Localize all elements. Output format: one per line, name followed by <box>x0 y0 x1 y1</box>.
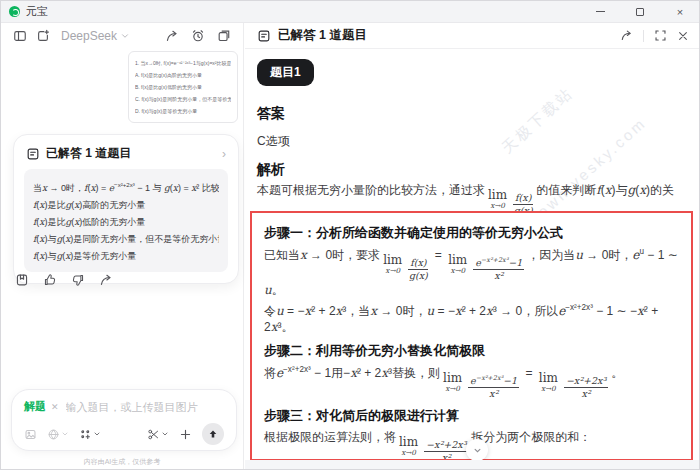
solve-mode-tag: 解题 <box>24 399 46 414</box>
thumbnail-option-d: D. f(x)与g(x)是等价无穷小量 <box>135 105 231 117</box>
solution-title: 已解答 1 道题目 <box>278 27 367 44</box>
minimize-button[interactable] <box>591 4 609 20</box>
card-title: 已解答 1 道题目 <box>46 145 131 162</box>
answer-sheet-icon <box>257 29 271 43</box>
step-title: 步骤三：对化简后的极限进行计算 <box>264 407 679 425</box>
answer-heading: 答案 <box>257 105 285 123</box>
card-question-box: 当x → 0时，f(x) = e−x²+2x³ − 1 与 g(x) = x² … <box>24 169 228 272</box>
chevron-down-icon <box>472 445 483 456</box>
step-line: 将e−x²+2x³ − 1用−x² + 2x³替换，则limx→0e−x²+2x… <box>264 364 679 400</box>
question-input[interactable] <box>64 400 224 414</box>
thumbs-down-icon[interactable] <box>71 273 85 287</box>
card-question: 当x → 0时，f(x) = e−x²+2x³ − 1 与 g(x) = x² … <box>33 176 219 197</box>
app-window: 元宝 × DeepSeek <box>0 0 700 470</box>
card-option: f(x)与g(x)是同阶无穷小量，但不是等价无穷小量 <box>33 231 219 248</box>
chevron-down-icon <box>93 430 101 438</box>
title-bar: 元宝 × <box>1 1 700 23</box>
scissors-icon <box>147 428 160 441</box>
step-title: 步骤一：分析所给函数并确定使用的等价无穷小公式 <box>264 224 679 242</box>
chevron-down-icon <box>61 430 69 438</box>
open-in-panel-icon[interactable] <box>217 29 231 43</box>
model-label: DeepSeek <box>61 29 117 43</box>
ai-disclaimer: 内容由AI生成，仅供参考 <box>1 457 243 467</box>
fullscreen-icon[interactable] <box>654 29 667 42</box>
yuanbao-logo-icon <box>9 6 20 17</box>
bookmark-icon[interactable] <box>15 273 29 287</box>
globe-icon <box>47 428 60 441</box>
message-actions <box>15 273 113 287</box>
highlighted-steps-box: 步骤一：分析所给函数并确定使用的等价无穷小公式 已知当x → 0时，要求limx… <box>250 211 693 461</box>
share-message-icon[interactable] <box>99 273 113 287</box>
screenshot-menu[interactable] <box>147 428 169 441</box>
chevron-down-icon <box>161 430 169 438</box>
maximize-button[interactable] <box>631 4 649 20</box>
new-chat-icon[interactable] <box>36 29 50 43</box>
input-card[interactable]: 解题 ✕ <box>11 389 237 451</box>
question-thumbnail[interactable]: 1. 当x→0时, f(x)=e⁻ˣ²⁺²ˣ³−1与g(x)=x²比较是（ ） … <box>128 51 238 123</box>
panel-close-icon[interactable] <box>677 30 689 42</box>
thumbnail-option-c: C. f(x)与g(x)是同阶无穷小量，但不是等价无穷小量 <box>135 93 231 105</box>
tag-close-icon[interactable]: ✕ <box>51 402 59 412</box>
image-upload-icon[interactable] <box>24 428 37 441</box>
answer-sheet-icon <box>26 147 40 161</box>
history-clock-icon[interactable] <box>191 29 205 43</box>
analysis-heading: 解析 <box>257 161 285 179</box>
share-solution-icon[interactable] <box>620 29 633 42</box>
thumbnail-question: 1. 当x→0时, f(x)=e⁻ˣ²⁺²ˣ³−1与g(x)=x²比较是（ ） <box>135 57 231 69</box>
share-icon[interactable] <box>165 29 179 43</box>
step-1: 步骤一：分析所给函数并确定使用的等价无穷小公式 已知当x → 0时，要求limx… <box>264 224 679 335</box>
card-option: f(x)是比g(x)低阶的无穷小量 <box>33 214 219 231</box>
scroll-down-button[interactable] <box>466 439 488 461</box>
web-search-toggle[interactable] <box>47 428 69 441</box>
model-selector[interactable]: DeepSeek <box>61 29 130 43</box>
add-attachment-icon[interactable] <box>179 428 192 441</box>
answer-value: C选项 <box>257 133 290 150</box>
solution-header: 已解答 1 道题目 <box>245 23 700 49</box>
card-option: f(x)与g(x)是等价无穷小量 <box>33 248 219 265</box>
send-arrow-icon <box>207 428 219 440</box>
solved-questions-card[interactable]: 已解答 1 道题目 › 当x → 0时，f(x) = e−x²+2x³ − 1 … <box>13 134 239 284</box>
chat-panel: DeepSeek 1. 当x→0时, f(x)=e⁻ˣ²⁺²ˣ³−1与g(x)=… <box>1 23 244 470</box>
send-button[interactable] <box>202 423 224 445</box>
solution-body: 题目1 答案 C选项 解析 本题可根据无穷小量阶的比较方法，通过求limx→0f… <box>245 49 700 470</box>
solution-panel: 天极下载站 mydown.yesky.com 已解答 1 道题目 题 <box>245 23 700 470</box>
card-option: f(x)是比g(x)高阶的无穷小量 <box>33 197 219 214</box>
step-line: 已知当x → 0时，要求limx→0f(x)g(x) = limx→0e−x²+… <box>264 246 679 298</box>
step-2: 步骤二：利用等价无穷小替换化简极限 将e−x²+2x³ − 1用−x² + 2x… <box>264 342 679 400</box>
divider <box>643 30 644 42</box>
skills-grid-icon <box>79 428 92 441</box>
chevron-right-icon[interactable]: › <box>222 147 226 161</box>
skills-menu[interactable] <box>79 428 101 441</box>
step-line: 令u = −x² + 2x³，当x → 0时，u = −x² + 2x³ → 0… <box>264 302 679 335</box>
window-close-button[interactable]: × <box>671 4 689 20</box>
thumbnail-option-b: B. f(x)是比g(x)低阶的无穷小量 <box>135 81 231 93</box>
step-title: 步骤二：利用等价无穷小替换化简极限 <box>264 342 679 360</box>
chevron-down-icon <box>120 31 130 41</box>
thumbs-up-icon[interactable] <box>43 273 57 287</box>
question-badge: 题目1 <box>257 59 314 86</box>
panel-bottom-strip <box>245 460 700 470</box>
thumbnail-option-a: A. f(x)是比g(x)高阶的无穷小量 <box>135 69 231 81</box>
app-title: 元宝 <box>26 4 48 19</box>
sidebar-toggle-icon[interactable] <box>13 29 27 43</box>
chat-toolbar: DeepSeek <box>1 23 243 49</box>
